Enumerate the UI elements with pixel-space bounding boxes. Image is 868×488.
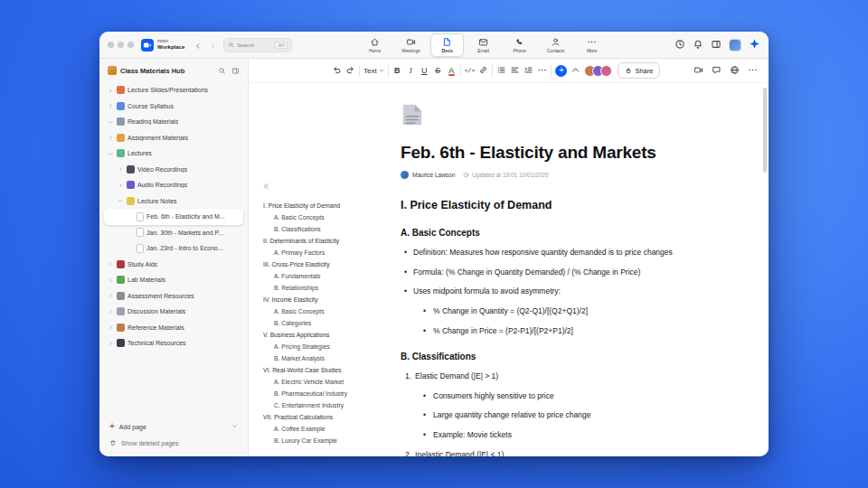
tab-phone[interactable]: Phone	[503, 33, 536, 57]
toc-item[interactable]: B. Market Analysis	[258, 352, 395, 364]
doc-sub-bullet[interactable]: % Change in Quantity = (Q2-Q1)/[(Q2+Q1)/…	[401, 306, 766, 316]
sidebar-folder-item[interactable]: Assessment Resources	[104, 288, 243, 305]
sidebar-folder-item[interactable]: Reference Materials	[104, 320, 243, 336]
toc-item[interactable]: B. Classifications	[258, 223, 395, 235]
more-formatting-button[interactable]	[537, 63, 547, 78]
sidebar-page-item[interactable]: Jan. 23rd - Intro to Econo...	[104, 240, 243, 257]
chevron-right-icon[interactable]	[108, 87, 114, 93]
toc-item[interactable]: IV. Income Elasticity	[258, 294, 395, 305]
comments-button[interactable]	[712, 63, 722, 78]
undo-button[interactable]	[332, 63, 342, 78]
doc-sub-bullet[interactable]: % Change in Price = (P2-P1)/[(P2+P1)/2]	[401, 326, 766, 336]
sidebar-folder-item[interactable]: Video Recordings	[104, 162, 243, 178]
redo-button[interactable]	[345, 63, 355, 78]
forward-button[interactable]	[206, 39, 218, 51]
tab-home[interactable]: Home	[358, 33, 392, 57]
align-button[interactable]	[510, 63, 520, 78]
toc-item[interactable]: I. Price Elasticity of Demand	[258, 200, 395, 211]
sidebar-folder-item[interactable]: Assignment Materials	[104, 130, 243, 146]
doc-bullet[interactable]: Formula: (% Change in Quantity Demanded)…	[401, 267, 766, 277]
back-button[interactable]	[192, 39, 203, 51]
toc-item[interactable]: B. Categories	[258, 317, 395, 329]
sidebar-folder-item[interactable]: Lab Materials	[104, 272, 243, 288]
history-icon[interactable]	[675, 37, 685, 53]
document-editor[interactable]: Feb. 6th - Elasticity and Markets Mauric…	[401, 83, 766, 456]
toc-collapse-button[interactable]	[258, 177, 395, 193]
bulleted-list-button[interactable]	[496, 63, 506, 78]
toc-item[interactable]: V. Business Applications	[258, 329, 395, 341]
toc-item[interactable]: A. Basic Concepts	[258, 211, 395, 223]
sidebar-folder-item[interactable]: Audio Recordings	[104, 177, 243, 193]
minimize-window-button[interactable]	[118, 42, 124, 48]
chevron-right-icon[interactable]	[118, 166, 124, 173]
app-brand[interactable]: zoom Workplace	[141, 39, 184, 52]
doc-sub-bullet[interactable]: Example: Movie tickets	[401, 430, 766, 440]
toc-item[interactable]: B. Relationships	[258, 282, 395, 294]
code-button[interactable]: </>	[465, 63, 476, 78]
sidebar-page-item[interactable]: Feb. 6th - Elasticity and M...	[104, 209, 243, 225]
add-page-button[interactable]: + Add page	[109, 422, 238, 431]
publish-web-button[interactable]	[730, 63, 740, 78]
sidebar-search-icon[interactable]	[218, 67, 226, 75]
sidebar-folder-item[interactable]: Lecture Slides/Presentations	[104, 82, 243, 99]
ai-companion-icon[interactable]	[749, 37, 760, 53]
sidebar-folder-item[interactable]: Reading Materials	[104, 114, 243, 130]
toc-item[interactable]: A. Pricing Strategies	[258, 341, 395, 352]
chevron-right-icon[interactable]	[108, 261, 114, 267]
link-button[interactable]	[478, 63, 488, 78]
notifications-bell-icon[interactable]	[693, 37, 703, 53]
toc-item[interactable]: III. Cross-Price Elasticity	[258, 258, 395, 270]
global-search-input[interactable]: Search ⌘F	[223, 38, 292, 52]
doc-bullet[interactable]: Uses midpoint formula to avoid asymmetry…	[401, 286, 766, 296]
more-options-button[interactable]	[748, 63, 758, 78]
chevron-down-icon[interactable]	[118, 198, 124, 204]
strikethrough-button[interactable]: S	[433, 63, 443, 78]
sidebar-collapse-icon[interactable]	[231, 67, 240, 75]
add-page-expand-icon[interactable]	[231, 423, 238, 430]
doc-sub-bullet[interactable]: Large quantity change relative to price …	[401, 410, 766, 420]
tab-docs[interactable]: Docs	[430, 33, 464, 57]
toc-item[interactable]: B. Pharmaceutical Industry	[258, 388, 395, 399]
tab-more[interactable]: More	[575, 33, 609, 57]
toc-item[interactable]: VI. Real-World Case Studies	[258, 364, 395, 376]
doc-bullet[interactable]: Definition: Measures how responsive quan…	[401, 248, 766, 258]
tab-contacts[interactable]: Contacts	[539, 33, 572, 57]
sidebar-folder-item[interactable]: Study Aids	[104, 257, 243, 273]
toc-item[interactable]: VII. Practical Calculations	[258, 411, 395, 423]
chevron-right-icon[interactable]	[108, 293, 114, 299]
sidebar-page-item[interactable]: Jan. 30th - Markets and P...	[104, 225, 243, 241]
toc-item[interactable]: A. Primary Factors	[258, 247, 395, 258]
start-video-button[interactable]	[693, 63, 703, 78]
close-window-button[interactable]	[108, 42, 114, 48]
doc-subheading[interactable]: A. Basic Concepts	[401, 228, 766, 238]
show-deleted-pages-button[interactable]: Show deleted pages	[109, 439, 238, 446]
doc-sub-bullet[interactable]: Consumers highly sensitive to price	[401, 391, 766, 401]
sidebar-folder-item[interactable]: Course Syllabus	[104, 99, 243, 115]
doc-numbered-item[interactable]: 1.Elastic Demand (|E| > 1)	[401, 371, 766, 381]
chevron-right-icon[interactable]	[108, 308, 114, 314]
toc-item[interactable]: A. Electric Vehicle Market	[258, 376, 395, 388]
collaborator-avatar[interactable]	[600, 65, 612, 77]
chevron-down-icon[interactable]	[108, 118, 114, 125]
toc-item[interactable]: B. Luxury Car Example	[258, 435, 395, 446]
toc-item[interactable]: C. Entertainment Industry	[258, 399, 395, 411]
toc-item[interactable]: A. Basic Concepts	[258, 305, 395, 317]
italic-button[interactable]: I	[406, 63, 416, 78]
document-icon[interactable]	[401, 101, 766, 132]
sidebar-folder-item[interactable]: Technical Resources	[104, 335, 243, 352]
chevron-right-icon[interactable]	[108, 103, 114, 109]
doc-subheading[interactable]: B. Classifications	[401, 352, 766, 361]
tab-email[interactable]: Email	[467, 33, 500, 57]
sidebar-folder-item[interactable]: Discussion Materials	[104, 304, 243, 320]
insert-block-button[interactable]: +	[555, 65, 567, 77]
toc-item[interactable]: A. Fundamentals	[258, 270, 395, 282]
document-title[interactable]: Feb. 6th - Elasticity and Markets	[401, 143, 766, 163]
collapse-toolbar-button[interactable]	[571, 63, 580, 78]
chevron-down-icon[interactable]	[108, 150, 114, 156]
text-color-button[interactable]: A	[447, 63, 457, 78]
chevron-right-icon[interactable]	[108, 135, 114, 141]
user-avatar[interactable]	[729, 39, 741, 52]
maximize-window-button[interactable]	[127, 42, 134, 48]
doc-heading[interactable]: I. Price Elasticity of Demand	[401, 199, 766, 211]
tab-meetings[interactable]: Meetings	[394, 33, 428, 57]
